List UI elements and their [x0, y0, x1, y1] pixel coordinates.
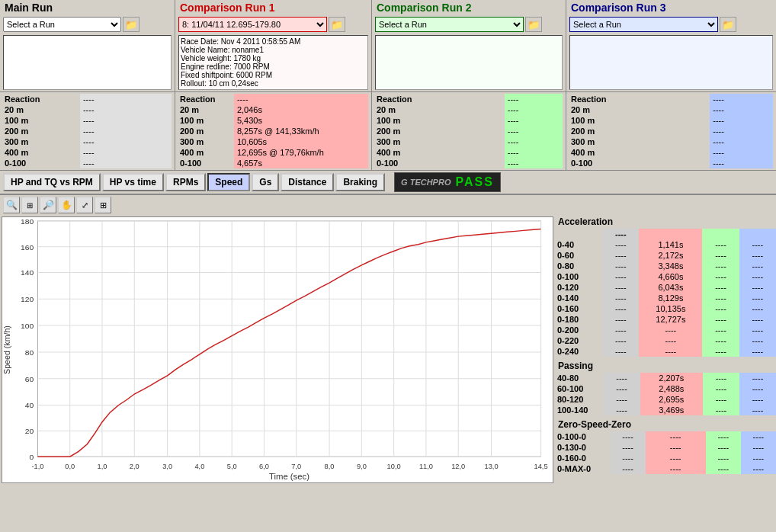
- accel-row: 0-100 ---- 4,660s ---- ----: [555, 271, 776, 282]
- stat-label-0100-c2: 0-100: [375, 158, 505, 168]
- zsz-row: 0-130-0 ---- ---- ---- ----: [555, 442, 776, 453]
- stat-val-reaction-c2: ----: [505, 94, 563, 104]
- stat-val-100m-c2: ----: [505, 115, 563, 126]
- svg-text:0: 0: [30, 453, 34, 461]
- comp1-run-select[interactable]: 8: 11/04/11 12.695-179.80: [178, 17, 327, 32]
- stat-label-20m-c1: 20 m: [178, 104, 234, 115]
- comp2-run-select[interactable]: Select a Run: [375, 17, 524, 32]
- passing-row: 80-120 ---- 2,695s ---- ----: [555, 394, 776, 405]
- stat-label-reaction-c3: Reaction: [569, 94, 710, 104]
- stat-val-20m-main: ----: [80, 104, 172, 115]
- y-axis-label: Speed (km/h): [2, 325, 11, 374]
- pan-btn[interactable]: ✋: [58, 197, 75, 213]
- svg-text:0,0: 0,0: [65, 463, 75, 470]
- zoom-in-btn[interactable]: 🔍: [3, 197, 20, 213]
- stat-val-0100-c2: ----: [505, 158, 563, 168]
- grid-btn[interactable]: ⊞: [95, 197, 111, 213]
- stat-label-0100-main: 0-100: [3, 158, 80, 168]
- stat-val-300m-main: ----: [80, 136, 172, 147]
- svg-text:1,0: 1,0: [98, 463, 107, 470]
- stat-label-0100-c3: 0-100: [569, 158, 710, 168]
- stat-label-100m-c1: 100 m: [178, 115, 234, 126]
- zoom-out-btn[interactable]: 🔎: [40, 197, 56, 213]
- comp1-section: Comparison Run 1 8: 11/04/11 12.695-179.…: [175, 0, 372, 91]
- svg-text:12,0: 12,0: [451, 463, 465, 470]
- svg-text:7,0: 7,0: [291, 463, 301, 470]
- stat-label-reaction-c1: Reaction: [178, 94, 234, 104]
- chart-area: Speed (km/h) 180 160 140 120 100 80 60: [2, 216, 553, 483]
- svg-text:10,0: 10,0: [387, 463, 401, 470]
- comp1-folder-btn[interactable]: 📁: [329, 17, 345, 32]
- accel-row: 0-60 ---- 2,172s ---- ----: [555, 250, 776, 261]
- svg-text:-1,0: -1,0: [31, 463, 43, 470]
- svg-text:8,0: 8,0: [325, 463, 335, 470]
- stat-val-200m-main: ----: [80, 126, 172, 136]
- passing-table: 40-80 ---- 2,207s ---- ---- 60-100 ---- …: [555, 373, 776, 415]
- svg-text:3,0: 3,0: [162, 463, 172, 470]
- gtechpro-logo: G TECHPRO PASS: [394, 172, 501, 192]
- svg-text:120: 120: [21, 295, 34, 303]
- acceleration-table: ---- 0-40 ---- 1,141s ---- ---- 0-60 ---…: [555, 229, 776, 357]
- stat-val-200m-c2: ----: [505, 126, 563, 136]
- stat-val-400m-c2: ----: [505, 147, 563, 158]
- comp3-run-select[interactable]: Select a Run: [569, 17, 718, 32]
- comp3-title: Comparison Run 3: [566, 0, 776, 15]
- stat-label-reaction-main: Reaction: [3, 94, 80, 104]
- main-run-info: [3, 35, 172, 90]
- accel-row: 0-80 ---- 3,348s ---- ----: [555, 261, 776, 271]
- stat-val-0100-c1: 4,657s: [234, 158, 368, 168]
- tab-hp-tq[interactable]: HP and TQ vs RPM: [3, 173, 101, 191]
- svg-text:20: 20: [25, 427, 34, 435]
- stat-val-20m-c1: 2,046s: [234, 104, 368, 115]
- main-run-section: Main Run Select a Run 📁: [0, 0, 175, 91]
- stat-val-400m-main: ----: [80, 147, 172, 158]
- comp2-section: Comparison Run 2 Select a Run 📁: [372, 0, 566, 91]
- stat-val-300m-c1: 10,605s: [234, 136, 368, 147]
- svg-text:80: 80: [25, 348, 34, 357]
- zsz-table: 0-100-0 ---- ---- ---- ---- 0-130-0 ----…: [555, 431, 776, 474]
- stat-val-20m-c3: ----: [710, 104, 773, 115]
- comp3-folder-btn[interactable]: 📁: [720, 17, 736, 32]
- tab-speed[interactable]: Speed: [207, 173, 250, 191]
- svg-text:160: 160: [21, 243, 34, 252]
- stat-label-300m-c1: 300 m: [178, 136, 234, 147]
- zsz-title: Zero-Speed-Zero: [555, 418, 776, 431]
- svg-text:6,0: 6,0: [259, 463, 269, 470]
- accel-row: 0-240 ---- ---- ---- ----: [555, 346, 776, 357]
- svg-text:40: 40: [25, 402, 34, 410]
- stat-label-0100-c1: 0-100: [178, 158, 234, 168]
- tab-gs[interactable]: Gs: [252, 173, 279, 191]
- stat-label-20m-main: 20 m: [3, 104, 80, 115]
- stat-label-100m-c2: 100 m: [375, 115, 505, 126]
- stat-label-200m-c3: 200 m: [569, 126, 710, 136]
- tab-rpms[interactable]: RPMs: [165, 173, 206, 191]
- zoom-select-btn[interactable]: ⊞: [21, 197, 38, 213]
- reset-btn[interactable]: ⤢: [76, 197, 93, 213]
- stat-val-300m-c2: ----: [505, 136, 563, 147]
- stat-val-200m-c1: 8,257s @ 141,33km/h: [234, 126, 368, 136]
- comp3-section: Comparison Run 3 Select a Run 📁: [566, 0, 776, 91]
- stat-val-100m-c1: 5,430s: [234, 115, 368, 126]
- main-run-select[interactable]: Select a Run: [3, 17, 121, 32]
- stat-val-reaction-c1: ----: [234, 94, 368, 104]
- tab-distance[interactable]: Distance: [281, 173, 334, 191]
- svg-text:180: 180: [21, 217, 34, 226]
- acceleration-title: Acceleration: [555, 215, 776, 229]
- stat-val-0100-main: ----: [80, 158, 172, 168]
- stat-label-200m-c1: 200 m: [178, 126, 234, 136]
- main-stats: Reaction---- 20 m---- 100 m---- 200 m---…: [0, 92, 175, 170]
- tab-hp-time[interactable]: HP vs time: [102, 173, 164, 191]
- comp2-title: Comparison Run 2: [372, 0, 566, 15]
- tab-braking[interactable]: Braking: [335, 173, 385, 191]
- stat-label-100m-main: 100 m: [3, 115, 80, 126]
- comp1-info: Race Date: Nov 4 2011 0:58:55 AM Vehicle…: [178, 35, 368, 90]
- comp2-folder-btn[interactable]: 📁: [525, 17, 542, 32]
- stat-label-400m-c2: 400 m: [375, 147, 505, 158]
- comp2-stats: Reaction---- 20 m---- 100 m---- 200 m---…: [372, 92, 566, 170]
- stat-label-400m-c3: 400 m: [569, 147, 710, 158]
- comp2-info: [375, 35, 563, 90]
- svg-text:14,5: 14,5: [534, 463, 547, 470]
- svg-text:Time (sec): Time (sec): [269, 472, 309, 481]
- main-run-folder-btn[interactable]: 📁: [123, 17, 139, 32]
- accel-row: 0-120 ---- 6,043s ---- ----: [555, 282, 776, 293]
